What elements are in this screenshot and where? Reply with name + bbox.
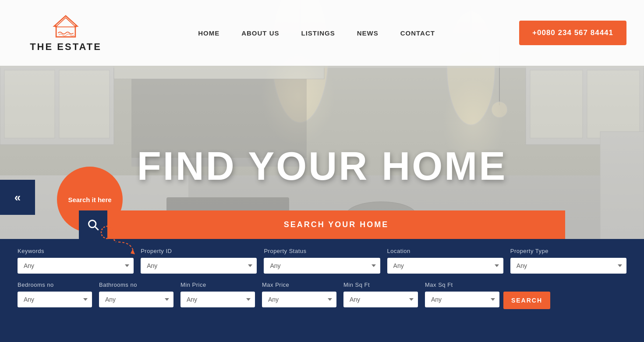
filter-property-type-label: Property Type — [510, 248, 626, 254]
filter-property-type: Property Type Any — [510, 248, 626, 274]
svg-point-16 — [492, 102, 507, 118]
side-arrow-button[interactable]: « — [0, 180, 35, 215]
filter-search-group: SEARCH — [506, 281, 550, 309]
filter-location-label: Location — [387, 248, 503, 254]
filter-min-sqft: Min Sq Ft Any — [343, 281, 418, 309]
filter-min-sqft-label: Min Sq Ft — [343, 281, 418, 288]
filter-bedrooms: Bedrooms no Any — [18, 281, 92, 309]
search-bar: SEARCH YOUR HOME — [79, 210, 565, 239]
svg-marker-0 — [54, 16, 78, 37]
arrow-svg — [92, 219, 145, 263]
filter-location: Location Any — [387, 248, 503, 274]
filter-max-sqft: Max Sq Ft Any — [425, 281, 499, 309]
filter-property-type-select[interactable]: Any — [510, 258, 626, 274]
svg-rect-8 — [587, 70, 640, 138]
svg-point-27 — [101, 226, 113, 239]
filter-property-id-select[interactable]: Any — [141, 258, 257, 274]
hero-title: FIND YOUR HOME — [137, 144, 507, 189]
filter-bathrooms-label: Bathrooms no — [99, 281, 173, 288]
filter-max-sqft-select[interactable]: Any — [425, 292, 499, 307]
filters-row-2: Bedrooms no Any Bathrooms no Any Min Pri… — [18, 281, 626, 309]
filter-bedrooms-select[interactable]: Any — [18, 292, 92, 307]
svg-rect-7 — [530, 70, 583, 138]
search-home-button[interactable]: SEARCH YOUR HOME — [107, 210, 565, 239]
filter-max-price-label: Max Price — [262, 281, 336, 288]
logo-text: THE ESTATE — [30, 41, 102, 53]
nav-home[interactable]: HOME — [198, 29, 219, 37]
main-nav: HOME ABOUT US LISTINGS NEWS CONTACT — [198, 29, 435, 37]
filter-location-select[interactable]: Any — [387, 258, 503, 274]
filter-property-id-label: Property ID — [141, 248, 257, 254]
nav-about[interactable]: ABOUT US — [241, 29, 279, 37]
nav-listings[interactable]: LISTINGS — [301, 29, 335, 37]
svg-rect-5 — [59, 70, 110, 138]
phone-button[interactable]: +0080 234 567 84441 — [519, 21, 626, 45]
filter-min-price-select[interactable]: Any — [180, 292, 255, 307]
filter-min-price-label: Min Price — [180, 281, 255, 288]
filter-bathrooms: Bathrooms no Any — [99, 281, 173, 309]
dashed-arrow-indicator — [92, 219, 145, 265]
filter-property-status-label: Property Status — [264, 248, 380, 254]
search-circle-label: Search it here — [68, 196, 111, 203]
filter-max-price: Max Price Any — [262, 281, 336, 309]
svg-marker-29 — [131, 249, 135, 254]
logo-icon — [50, 13, 81, 39]
filter-bathrooms-select[interactable]: Any — [99, 292, 173, 307]
svg-line-28 — [112, 237, 116, 242]
svg-rect-4 — [4, 70, 55, 138]
filter-min-sqft-select[interactable]: Any — [343, 292, 418, 307]
filter-property-id: Property ID Any — [141, 248, 257, 274]
filter-bedrooms-label: Bedrooms no — [18, 281, 92, 288]
filter-max-sqft-label: Max Sq Ft — [425, 281, 499, 288]
filter-property-status: Property Status Any — [264, 248, 380, 274]
filter-min-price: Min Price Any — [180, 281, 255, 309]
filter-search-button[interactable]: SEARCH — [503, 292, 550, 309]
nav-contact[interactable]: CONTACT — [400, 29, 435, 37]
filter-property-status-select[interactable]: Any — [264, 258, 380, 274]
logo: THE ESTATE — [18, 13, 114, 53]
nav-news[interactable]: NEWS — [357, 29, 379, 37]
filter-max-price-select[interactable]: Any — [262, 292, 336, 307]
header: THE ESTATE HOME ABOUT US LISTINGS NEWS C… — [0, 0, 644, 66]
